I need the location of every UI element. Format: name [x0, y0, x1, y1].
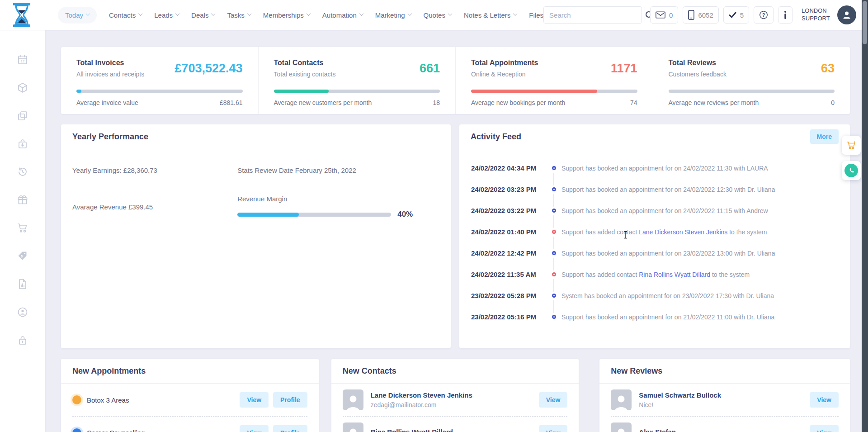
- scrollbar-thumb[interactable]: [863, 1, 867, 44]
- search-input[interactable]: [544, 11, 645, 19]
- avatar-placeholder: [343, 423, 363, 432]
- nav-item-memberships[interactable]: Memberships: [263, 11, 310, 19]
- mail-icon: [656, 11, 665, 19]
- nav-item-today[interactable]: Today: [58, 7, 97, 24]
- view-button[interactable]: View: [240, 425, 269, 432]
- nav-item-files[interactable]: Files: [529, 11, 543, 19]
- user-name-line2: SUPPORT: [802, 15, 830, 23]
- timeline-dot: [552, 251, 556, 255]
- feed-row: 23/02/2022 05:16 PM Support has booked a…: [471, 306, 842, 328]
- view-button[interactable]: View: [240, 392, 269, 408]
- history-icon[interactable]: [16, 166, 29, 178]
- cart-icon[interactable]: [16, 222, 29, 234]
- calendar-icon[interactable]: 12: [16, 53, 29, 66]
- profile-button[interactable]: Profile: [273, 392, 307, 408]
- review-comment: Nice!: [639, 401, 721, 408]
- info-button[interactable]: [778, 6, 793, 24]
- view-button[interactable]: View: [810, 392, 839, 408]
- chevron-down-icon: [86, 11, 90, 16]
- price-tag-icon[interactable]: $: [16, 250, 29, 262]
- phone-icon: [688, 10, 694, 20]
- duplicate-icon[interactable]: [16, 109, 29, 122]
- feed-row: 24/02/2022 01:40 PM Support has added co…: [471, 221, 842, 242]
- nav-item-leads[interactable]: Leads: [154, 11, 179, 19]
- cart-floating-button[interactable]: [842, 136, 861, 155]
- reviewer-name: Alex Stefan: [639, 428, 676, 432]
- avatar[interactable]: [837, 5, 856, 24]
- mail-badge-button[interactable]: 0: [650, 6, 678, 24]
- feed-time: 24/02/2022 12:42 PM: [471, 249, 546, 257]
- feed-time: 24/02/2022 11:35 AM: [471, 271, 546, 278]
- view-button[interactable]: View: [539, 392, 568, 408]
- more-button[interactable]: More: [810, 129, 839, 144]
- stat-title: Total Reviews: [669, 59, 726, 67]
- phone-badge-button[interactable]: 6052: [683, 6, 718, 24]
- stats-row: Total Invoices All invoices and receipts…: [61, 47, 850, 114]
- nav-label: Marketing: [375, 11, 405, 19]
- stat-title: Total Invoices: [76, 59, 144, 67]
- phone-floating-button[interactable]: [842, 161, 861, 180]
- feed-text: to the system: [727, 228, 767, 236]
- left-sidebar: 12 $: [0, 30, 45, 432]
- person-icon: [612, 392, 630, 410]
- avatar-placeholder: [343, 389, 363, 410]
- contact-link[interactable]: Lane Dickerson Steven Jenkins: [639, 228, 727, 236]
- report-icon[interactable]: [16, 278, 29, 290]
- navbar-right-cluster: 0 6052 5 ? LONDON SUPPORT: [543, 5, 856, 24]
- phone-count: 6052: [698, 11, 713, 19]
- bottom-row: New Appointments Botox 3 Areas View Prof…: [61, 359, 850, 432]
- main-content: Total Invoices All invoices and receipts…: [45, 30, 862, 432]
- account-icon[interactable]: [16, 306, 29, 318]
- stat-footer-value: 74: [630, 99, 637, 106]
- nav-item-automation[interactable]: Automation: [322, 11, 363, 19]
- nav-item-quotes[interactable]: Quotes: [424, 11, 452, 19]
- phone-call-icon: [844, 164, 858, 177]
- nav-label: Memberships: [263, 11, 304, 19]
- text-cursor: [623, 231, 628, 239]
- package-icon[interactable]: [16, 81, 29, 94]
- feed-text: Support has booked an appointment for on…: [561, 313, 774, 321]
- stat-card-contacts: Total Contacts Total existing contacts 6…: [258, 47, 456, 114]
- nav-label: Notes & Letters: [464, 11, 510, 19]
- user-name-line1: LONDON: [802, 7, 830, 15]
- revenue-margin-value: 40%: [397, 210, 413, 219]
- nav-item-contacts[interactable]: Contacts: [109, 11, 142, 19]
- appointment-service: Career Counselling: [87, 429, 145, 432]
- view-button[interactable]: View: [539, 425, 568, 432]
- main-nav: Today Contacts Leads Deals Tasks Members…: [58, 7, 543, 24]
- help-icon: ?: [759, 10, 768, 19]
- nav-item-marketing[interactable]: Marketing: [375, 11, 411, 19]
- new-appointments-panel: New Appointments Botox 3 Areas View Prof…: [61, 359, 319, 432]
- contact-link[interactable]: Rina Rollins Wyatt Dillard: [639, 271, 710, 278]
- chevron-down-icon: [513, 11, 518, 16]
- lock-icon[interactable]: [16, 334, 29, 347]
- stat-value: £703,522.43: [175, 62, 242, 76]
- person-icon: [344, 425, 362, 432]
- feed-text: Support has added contact: [561, 271, 639, 278]
- tasks-badge-button[interactable]: 5: [723, 6, 749, 24]
- tasks-count: 5: [740, 11, 744, 19]
- yearly-earnings: Yearly Earnings: £28,360.73: [72, 166, 237, 174]
- timeline-dot: [552, 166, 556, 170]
- gift-icon[interactable]: [16, 194, 29, 206]
- feed-time: 24/02/2022 01:40 PM: [471, 228, 546, 236]
- contact-row: Lane Dickerson Steven Jenkins zedagi@mai…: [343, 384, 568, 416]
- appointment-service: Botox 3 Areas: [87, 396, 129, 404]
- nav-item-deals[interactable]: Deals: [191, 11, 215, 19]
- help-button[interactable]: ?: [754, 6, 774, 24]
- feed-text: Support has booked an appointment for on…: [561, 250, 775, 257]
- chevron-down-icon: [138, 11, 143, 16]
- nav-item-tasks[interactable]: Tasks: [227, 11, 250, 19]
- check-icon: [729, 12, 736, 18]
- app-logo[interactable]: [12, 3, 32, 27]
- page-scrollbar[interactable]: [862, 0, 868, 432]
- feed-time: 24/02/2022 03:23 PM: [471, 185, 546, 193]
- contact-name: Rina Rollins Wyatt Dillard: [371, 428, 453, 432]
- bag-download-icon[interactable]: [16, 138, 29, 150]
- reviewer-name: Samuel Schwartz Bullock: [639, 391, 721, 399]
- svg-text:$: $: [21, 254, 23, 258]
- view-button[interactable]: View: [810, 425, 839, 432]
- profile-button[interactable]: Profile: [273, 425, 307, 432]
- nav-item-notes-letters[interactable]: Notes & Letters: [464, 11, 517, 19]
- cart-icon: [846, 140, 856, 150]
